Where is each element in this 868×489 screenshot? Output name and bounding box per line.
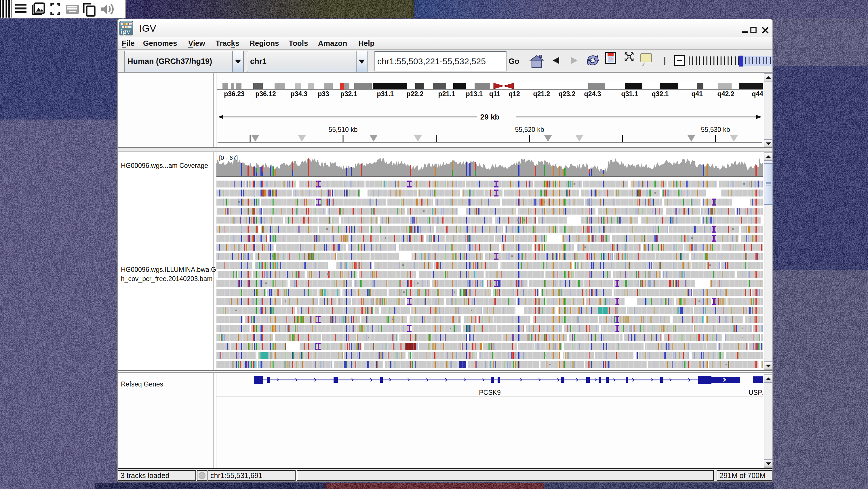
svg-text:igv: igv <box>121 27 130 35</box>
